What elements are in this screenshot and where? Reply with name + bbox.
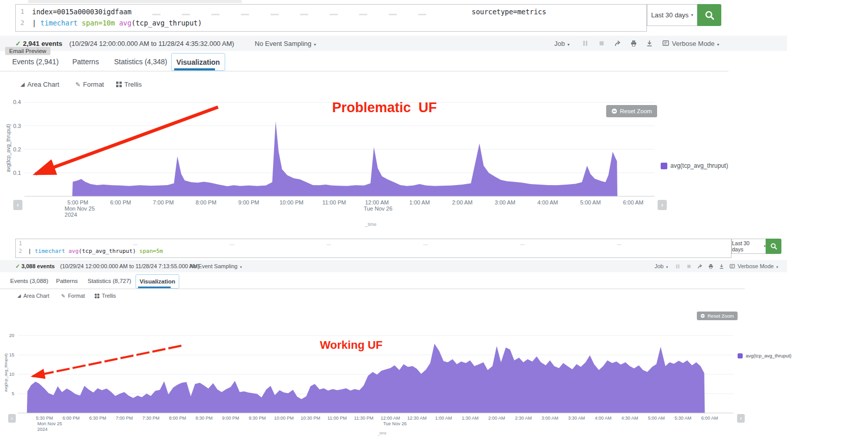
- svg-text:9:30 PM: 9:30 PM: [249, 416, 266, 421]
- search-bar[interactable]: 1 2 | timechart avg(tcp_avg_thruput) spa…: [15, 239, 731, 258]
- search-button[interactable]: [766, 239, 781, 254]
- svg-text:5:30 AM: 5:30 AM: [674, 416, 691, 421]
- time-range-picker[interactable]: Last 30 days▾: [647, 4, 697, 26]
- svg-text:3:30 AM: 3:30 AM: [568, 416, 585, 421]
- zoom-out-icon: [700, 314, 705, 318]
- pan-left-button[interactable]: ‹: [13, 200, 22, 210]
- svg-text:6:00 PM: 6:00 PM: [110, 199, 131, 205]
- pan-right-button[interactable]: ›: [658, 200, 667, 210]
- export-icon[interactable]: [646, 40, 653, 47]
- tab-visualization[interactable]: Visualization: [171, 53, 225, 71]
- svg-text:2024: 2024: [65, 212, 77, 218]
- tab-statistics[interactable]: Statistics (4,348): [114, 58, 167, 66]
- chevron-down-icon: ▾: [776, 265, 778, 269]
- spl-sourcetype-token: sourcetype=metrics: [472, 8, 546, 16]
- format-button[interactable]: ✎Format: [61, 293, 85, 299]
- email-preview-tooltip: Email Preview: [5, 47, 50, 55]
- area-chart-icon: ◢: [17, 293, 21, 298]
- stop-icon[interactable]: [686, 264, 692, 269]
- spl-query-line2[interactable]: | timechart span=10m avg(tcp_avg_thruput…: [32, 19, 202, 27]
- tab-patterns[interactable]: Patterns: [72, 58, 99, 66]
- svg-text:5:00 AM: 5:00 AM: [648, 416, 665, 421]
- event-time-range: (10/29/24 12:00:00.000 AM to 11/28/24 4:…: [69, 40, 234, 47]
- svg-text:0.3: 0.3: [13, 123, 21, 129]
- tabs-divider: [0, 289, 745, 289]
- pan-left-button[interactable]: ‹: [8, 414, 16, 423]
- format-button[interactable]: ✎Format: [75, 81, 104, 88]
- job-menu[interactable]: Job▾: [554, 40, 569, 47]
- reset-zoom-button[interactable]: Reset Zoom: [606, 105, 657, 117]
- job-status-bar: ✓ 3,088 events (10/29/24 12:00:00.000 AM…: [0, 260, 787, 272]
- spl-keyword: span=5m: [140, 248, 163, 254]
- share-icon[interactable]: [614, 40, 621, 47]
- trellis-button[interactable]: Trellis: [95, 293, 116, 299]
- chart-legend[interactable]: avg(tcp_avg_thruput): [661, 162, 728, 169]
- line-number: 2: [20, 19, 24, 27]
- svg-text:11:00 PM: 11:00 PM: [328, 416, 347, 421]
- job-status-bar: ✓ 2,941 events (10/29/24 12:00:00.000 AM…: [0, 36, 787, 51]
- spl-query-line1[interactable]: index=0015a000030igdfaam: [32, 8, 131, 16]
- share-icon[interactable]: [697, 264, 703, 269]
- svg-text:11:00 PM: 11:00 PM: [322, 199, 346, 205]
- stop-icon[interactable]: [598, 40, 605, 47]
- svg-text:6:00 PM: 6:00 PM: [63, 416, 80, 421]
- svg-text:Tue Nov 26: Tue Nov 26: [364, 205, 392, 212]
- legend-swatch: [661, 163, 667, 169]
- svg-text:Tue Nov 26: Tue Nov 26: [383, 421, 406, 426]
- chart-legend[interactable]: avg(tcp_avg_thruput): [738, 353, 792, 358]
- event-count: 2,941 events: [23, 40, 62, 47]
- search-mode-dropdown[interactable]: Verbose Mode▾: [738, 263, 778, 269]
- tab-patterns[interactable]: Patterns: [56, 278, 78, 284]
- svg-text:6:00 AM: 6:00 AM: [701, 416, 718, 421]
- pause-icon[interactable]: [582, 40, 589, 47]
- svg-text:12:30 AM: 12:30 AM: [407, 416, 426, 421]
- svg-text:6:30 PM: 6:30 PM: [89, 416, 106, 421]
- check-icon: ✓: [15, 40, 21, 47]
- svg-text:15: 15: [9, 352, 14, 357]
- event-sampling-dropdown[interactable]: No Event Sampling▾: [189, 263, 242, 269]
- redacted-smudge: [28, 0, 242, 3]
- legend-label: avg(tcp_avg_thruput): [670, 162, 728, 169]
- print-icon[interactable]: [630, 40, 637, 47]
- tab-statistics[interactable]: Statistics (8,727): [88, 278, 131, 284]
- tab-events[interactable]: Events (3,088): [10, 278, 48, 284]
- search-bar[interactable]: 1 2 index=0015a000030igdfaam sourcetype=…: [15, 4, 647, 32]
- svg-text:avg(tcp_avg_thruput): avg(tcp_avg_thruput): [6, 124, 11, 172]
- chart-type-button[interactable]: ◢Area Chart: [20, 81, 59, 88]
- svg-text:3:00 AM: 3:00 AM: [495, 199, 515, 205]
- svg-text:5:00 PM: 5:00 PM: [67, 199, 88, 205]
- pencil-icon: ✎: [75, 81, 80, 88]
- redacted-smudge: [152, 14, 448, 15]
- svg-text:avg(tcp_avg_thruput): avg(tcp_avg_thruput): [4, 353, 8, 392]
- trellis-icon: [116, 82, 122, 87]
- svg-text:9:00 PM: 9:00 PM: [222, 416, 239, 421]
- legend-swatch: [738, 353, 743, 358]
- tab-events[interactable]: Events (2,941): [12, 58, 59, 66]
- chevron-down-icon: ▾: [314, 42, 316, 47]
- search-button[interactable]: [697, 4, 721, 26]
- pan-right-button[interactable]: ›: [737, 414, 745, 423]
- event-sampling-dropdown[interactable]: No Event Sampling▾: [255, 40, 316, 47]
- event-time-range: (10/29/24 12:00:00.000 AM to 11/28/24 7:…: [60, 263, 200, 269]
- tab-visualization[interactable]: Visualization: [135, 274, 179, 289]
- pencil-icon: ✎: [61, 293, 65, 299]
- svg-text:8:00 PM: 8:00 PM: [169, 416, 186, 421]
- spl-command: timechart: [35, 248, 68, 254]
- export-icon[interactable]: [719, 264, 724, 269]
- red-arrow-annotation: [20, 101, 224, 183]
- search-mode-dropdown[interactable]: Verbose Mode▾: [672, 40, 719, 47]
- trellis-button[interactable]: Trellis: [116, 81, 142, 88]
- chart-type-button[interactable]: ◢Area Chart: [17, 293, 49, 299]
- pause-icon[interactable]: [675, 264, 681, 269]
- print-icon[interactable]: [708, 264, 714, 269]
- job-menu[interactable]: Job▾: [655, 263, 668, 269]
- spl-index-token: index=0015a000030igdfaam: [32, 8, 131, 16]
- svg-text:6:00 AM: 6:00 AM: [623, 199, 643, 205]
- svg-text:0.1: 0.1: [13, 170, 21, 176]
- verbose-mode-icon: [662, 40, 669, 47]
- reset-zoom-button[interactable]: Reset Zoom: [697, 312, 738, 320]
- time-range-picker[interactable]: Last 30 days▾: [731, 239, 766, 254]
- svg-text:10:30 PM: 10:30 PM: [301, 416, 320, 421]
- chevron-down-icon: ▾: [666, 265, 668, 269]
- spl-query-line2[interactable]: | timechart avg(tcp_avg_thruput) span=5m: [28, 248, 163, 254]
